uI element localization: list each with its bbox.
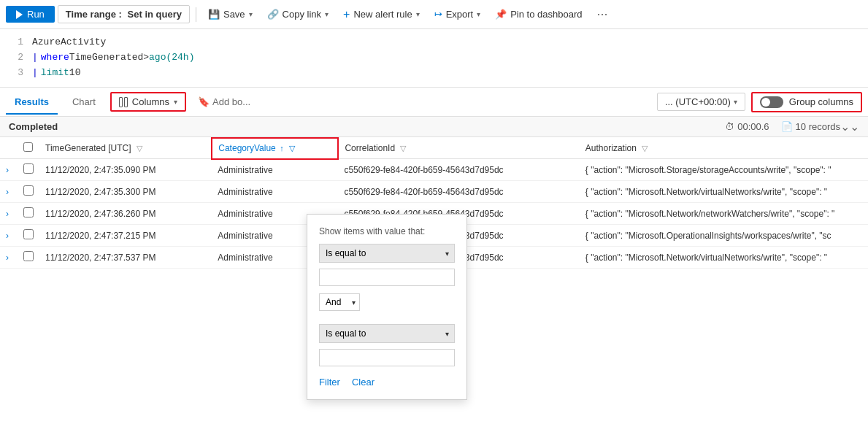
records-value: 10 records — [796, 121, 840, 132]
new-alert-button[interactable]: + New alert rule ▾ — [337, 5, 426, 24]
th-authorization: Authorization ▽ — [580, 138, 868, 159]
query-func: ago(24h) — [149, 50, 194, 66]
status-completed: Completed — [9, 121, 58, 132]
time-range-button[interactable]: Time range : Set in query — [58, 5, 190, 23]
row-timegenerated: 11/12/2020, 2:47:37.215 PM — [39, 225, 212, 247]
row-authorization: { "action": "Microsoft.OperationalInsigh… — [580, 225, 868, 247]
row-expand-icon[interactable]: › — [6, 231, 9, 241]
save-button[interactable]: 💾 Save ▾ — [202, 6, 258, 23]
filter-value1-input[interactable] — [319, 269, 455, 286]
row-checkbox[interactable] — [23, 207, 34, 217]
categoryvalue-sort-icon[interactable]: ↑ — [280, 144, 284, 153]
group-columns-button[interactable]: Group columns — [751, 92, 862, 112]
columns-button[interactable]: Columns ▾ — [110, 92, 186, 112]
th-expand — [0, 138, 18, 159]
filter-popup-title: Show items with value that: — [319, 226, 455, 236]
correlationid-filter-icon[interactable]: ▽ — [400, 144, 406, 153]
filter-and-select[interactable]: And — [319, 293, 360, 311]
clock-icon: ⏱ — [725, 121, 734, 132]
new-alert-chevron: ▾ — [416, 10, 420, 18]
row-checkbox[interactable] — [23, 185, 34, 196]
query-line-3: 3 | limit 10 — [0, 66, 868, 81]
tab-results[interactable]: Results — [6, 90, 58, 115]
th-correlationid: CorrelationId ▽ — [338, 138, 579, 159]
row-expand-icon[interactable]: › — [6, 187, 9, 197]
query-where-kw: where — [41, 50, 69, 66]
row-expand-icon[interactable]: › — [6, 209, 9, 219]
query-limit-kw: limit — [41, 66, 69, 81]
filter-clear-button[interactable]: Clear — [352, 377, 375, 388]
query-editor: 1 AzureActivity 2 | where TimeGenerated … — [0, 29, 868, 88]
categoryvalue-filter-icon[interactable]: ▽ — [289, 144, 295, 153]
query-op: > — [143, 50, 149, 66]
timezone-button[interactable]: ... (UTC+00:00) ▾ — [657, 93, 745, 111]
query-field: TimeGenerated — [69, 50, 143, 66]
expand-button[interactable]: ⌄⌄ — [840, 120, 859, 134]
columns-label: Columns — [132, 96, 169, 107]
row-expand-icon[interactable]: › — [6, 253, 9, 263]
row-categoryvalue: Administrative — [212, 159, 338, 181]
row-check-cell — [18, 225, 39, 247]
run-label: Run — [27, 9, 45, 20]
filter-and-row: And ▾ — [319, 293, 455, 318]
columns-chevron: ▾ — [174, 98, 177, 106]
divider-1 — [196, 7, 196, 22]
line-num-1: 1 — [6, 35, 23, 50]
row-expand-cell: › — [0, 159, 18, 181]
bookmark-icon: 🔖 — [198, 96, 210, 107]
filter-condition1-select[interactable]: Is equal to — [319, 244, 455, 263]
export-chevron: ▾ — [477, 10, 480, 18]
row-check-cell — [18, 247, 39, 269]
new-alert-icon: + — [343, 8, 350, 21]
query-line-2: 2 | where TimeGenerated > ago(24h) — [0, 50, 868, 66]
filter-value2-input[interactable] — [319, 349, 455, 366]
tab-results-label: Results — [15, 96, 49, 107]
export-label: Export — [446, 9, 474, 20]
row-expand-cell: › — [0, 247, 18, 269]
copy-link-button[interactable]: 🔗 Copy link ▾ — [261, 6, 334, 23]
status-bar: Completed ⏱ 00:00.6 📄 10 records ⌄⌄ — [0, 117, 868, 137]
status-time: ⏱ 00:00.6 — [725, 121, 769, 132]
new-alert-label: New alert rule — [353, 9, 412, 20]
export-button[interactable]: ↦ Export ▾ — [429, 6, 487, 23]
filter-condition1-wrapper: Is equal to ▾ — [319, 244, 455, 263]
table-row: › 11/12/2020, 2:47:35.300 PM Administrat… — [0, 181, 868, 203]
row-timegenerated: 11/12/2020, 2:47:35.090 PM — [39, 159, 212, 181]
toggle-track — [760, 96, 783, 108]
row-categoryvalue: Administrative — [212, 181, 338, 203]
th-timegenerated: TimeGenerated [UTC] ▽ — [39, 138, 212, 159]
copy-link-chevron: ▾ — [325, 10, 329, 18]
table-container: TimeGenerated [UTC] ▽ CategoryValue ↑ ▽ … — [0, 137, 868, 443]
line-num-2: 2 — [6, 50, 23, 66]
row-check-cell — [18, 203, 39, 225]
query-table: AzureActivity — [32, 35, 106, 50]
row-expand-icon[interactable]: › — [6, 165, 9, 175]
filter-actions: Filter Clear — [319, 377, 455, 388]
tab-chart[interactable]: Chart — [64, 90, 104, 115]
save-label: Save — [223, 9, 245, 20]
run-button[interactable]: Run — [6, 6, 55, 23]
filter-apply-button[interactable]: Filter — [319, 377, 340, 388]
bottom-panel: Results Chart Columns ▾ 🔖 Add bo... ... … — [0, 88, 868, 443]
add-bookmark-button[interactable]: 🔖 Add bo... — [192, 93, 256, 110]
columns-icon — [119, 97, 128, 107]
more-button[interactable]: ··· — [591, 4, 614, 25]
timegenerated-filter-icon[interactable]: ▽ — [137, 144, 142, 153]
row-checkbox[interactable] — [23, 229, 34, 239]
pin-button[interactable]: 📌 Pin to dashboard — [489, 6, 588, 23]
add-bookmark-label: Add bo... — [212, 96, 250, 107]
row-checkbox[interactable] — [23, 163, 34, 174]
row-expand-cell: › — [0, 181, 18, 203]
row-checkbox[interactable] — [23, 251, 34, 261]
table-row: › 11/12/2020, 2:47:35.090 PM Administrat… — [0, 159, 868, 181]
row-authorization: { "action": "Microsoft.Network/virtualNe… — [580, 247, 868, 269]
select-all-checkbox[interactable] — [23, 142, 33, 152]
filter-popup: Show items with value that: Is equal to … — [307, 214, 467, 400]
line-num-3: 3 — [6, 66, 23, 81]
authorization-filter-icon[interactable]: ▽ — [642, 144, 648, 153]
row-timegenerated: 11/12/2020, 2:47:37.537 PM — [39, 247, 212, 269]
tabs-row: Results Chart Columns ▾ 🔖 Add bo... ... … — [0, 88, 868, 117]
toolbar: Run Time range : Set in query 💾 Save ▾ 🔗… — [0, 0, 868, 29]
row-authorization: { "action": "Microsoft.Storage/storageAc… — [580, 159, 868, 181]
filter-condition2-select[interactable]: Is equal to — [319, 324, 455, 343]
